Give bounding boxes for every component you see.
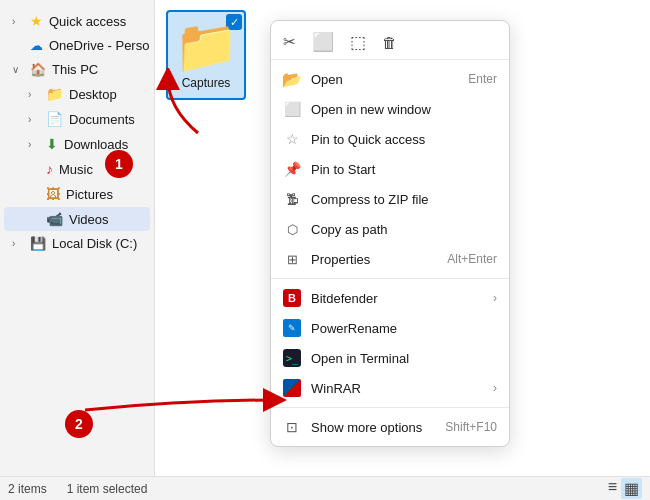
ctx-item-copy-path[interactable]: ⬡ Copy as path xyxy=(271,214,509,244)
terminal-icon: >_ xyxy=(283,349,301,367)
ctx-item-label: Open xyxy=(311,72,458,87)
ctx-item-label: Open in new window xyxy=(311,102,497,117)
ctx-item-compress-zip[interactable]: 🗜 Compress to ZIP file xyxy=(271,184,509,214)
ctx-item-label: Pin to Start xyxy=(311,162,497,177)
sidebar-item-label: Documents xyxy=(69,112,135,127)
sidebar-item-quick-access[interactable]: › ★ Quick access xyxy=(4,9,150,33)
ctx-item-shortcut: Enter xyxy=(468,72,497,86)
ctx-item-properties[interactable]: ⊞ Properties Alt+Enter xyxy=(271,244,509,274)
ctx-item-winrar[interactable]: WinRAR › xyxy=(271,373,509,403)
cloud-icon: ☁ xyxy=(30,38,43,53)
bitdefender-icon: B xyxy=(283,289,301,307)
sidebar-item-label: Local Disk (C:) xyxy=(52,236,137,251)
delete-icon[interactable]: 🗑 xyxy=(382,34,397,51)
copy-path-icon: ⬡ xyxy=(283,220,301,238)
list-view-icon[interactable]: ≡ xyxy=(608,478,617,499)
sidebar-item-this-pc[interactable]: ∨ 🏠 This PC xyxy=(4,58,150,81)
video-icon: 📹 xyxy=(46,211,63,227)
pin-star-icon: ☆ xyxy=(283,130,301,148)
ctx-item-powerrename[interactable]: ✎ PowerRename xyxy=(271,313,509,343)
ctx-item-label: Show more options xyxy=(311,420,435,435)
chevron-icon: › xyxy=(28,139,40,150)
submenu-arrow-icon: › xyxy=(493,291,497,305)
sidebar: › ★ Quick access ☁ OneDrive - Perso ∨ 🏠 … xyxy=(0,0,155,480)
star-icon: ★ xyxy=(30,13,43,29)
sidebar-item-onedrive[interactable]: ☁ OneDrive - Perso xyxy=(4,34,150,57)
properties-icon: ⊞ xyxy=(283,250,301,268)
folder-captures[interactable]: ✓ 📁 Captures xyxy=(166,10,246,100)
ctx-item-label: Open in Terminal xyxy=(311,351,497,366)
submenu-arrow-icon: › xyxy=(493,381,497,395)
ctx-item-pin-quick-access[interactable]: ☆ Pin to Quick access xyxy=(271,124,509,154)
zip-icon: 🗜 xyxy=(283,190,301,208)
ctx-item-open[interactable]: 📂 Open Enter xyxy=(271,64,509,94)
download-icon: ⬇ xyxy=(46,136,58,152)
music-icon: ♪ xyxy=(46,161,53,177)
separator xyxy=(271,407,509,408)
chevron-icon: › xyxy=(28,89,40,100)
ctx-item-label: Copy as path xyxy=(311,222,497,237)
status-bar: 2 items 1 item selected ≡ ▦ xyxy=(0,476,650,500)
context-menu: ✂ ⬜ ⬚ 🗑 📂 Open Enter ⬜ Open in new windo… xyxy=(270,20,510,447)
chevron-down-icon: ∨ xyxy=(12,64,24,75)
show-more-icon: ⊡ xyxy=(283,418,301,436)
sidebar-item-label: Music xyxy=(59,162,93,177)
context-menu-toolbar: ✂ ⬜ ⬚ 🗑 xyxy=(271,25,509,60)
winrar-icon xyxy=(283,379,301,397)
sidebar-item-documents[interactable]: › 📄 Documents xyxy=(4,107,150,131)
annotation-badge-1: 1 xyxy=(105,150,133,178)
hdd-icon: 💾 xyxy=(30,236,46,251)
pictures-icon: 🖼 xyxy=(46,186,60,202)
ctx-item-label: Properties xyxy=(311,252,437,267)
new-window-icon: ⬜ xyxy=(283,100,301,118)
item-count: 2 items xyxy=(8,482,47,496)
chevron-icon: › xyxy=(12,238,24,249)
sidebar-item-label: This PC xyxy=(52,62,98,77)
ctx-item-pin-start[interactable]: 📌 Pin to Start xyxy=(271,154,509,184)
sidebar-item-label: Desktop xyxy=(69,87,117,102)
ctx-item-open-terminal[interactable]: >_ Open in Terminal xyxy=(271,343,509,373)
folder-icon: 📁 xyxy=(174,20,239,72)
sidebar-item-pictures[interactable]: 🖼 Pictures xyxy=(4,182,150,206)
cut-icon[interactable]: ✂ xyxy=(283,33,296,51)
view-icons: ≡ ▦ xyxy=(608,478,642,499)
copy-icon[interactable]: ⬜ xyxy=(312,31,334,53)
pin-start-icon: 📌 xyxy=(283,160,301,178)
sidebar-item-desktop[interactable]: › 📁 Desktop xyxy=(4,82,150,106)
ctx-item-shortcut: Shift+F10 xyxy=(445,420,497,434)
sidebar-item-label: Quick access xyxy=(49,14,126,29)
ctx-item-bitdefender[interactable]: B Bitdefender › xyxy=(271,283,509,313)
pc-icon: 🏠 xyxy=(30,62,46,77)
ctx-item-label: WinRAR xyxy=(311,381,483,396)
ctx-item-shortcut: Alt+Enter xyxy=(447,252,497,266)
chevron-icon: › xyxy=(12,16,24,27)
sidebar-item-local-disk[interactable]: › 💾 Local Disk (C:) xyxy=(4,232,150,255)
sidebar-item-videos[interactable]: 📹 Videos xyxy=(4,207,150,231)
ctx-item-open-new-window[interactable]: ⬜ Open in new window xyxy=(271,94,509,124)
separator xyxy=(271,278,509,279)
chevron-icon: › xyxy=(28,114,40,125)
ctx-item-label: Compress to ZIP file xyxy=(311,192,497,207)
ctx-item-label: Bitdefender xyxy=(311,291,483,306)
ctx-item-label: PowerRename xyxy=(311,321,497,336)
sidebar-item-label: OneDrive - Perso xyxy=(49,38,149,53)
selection-status: 1 item selected xyxy=(67,482,148,496)
sidebar-item-label: Pictures xyxy=(66,187,113,202)
ctx-item-label: Pin to Quick access xyxy=(311,132,497,147)
folder-blue-icon: 📁 xyxy=(46,86,63,102)
folder-label: Captures xyxy=(182,76,231,90)
open-folder-icon: 📂 xyxy=(283,70,301,88)
powerrename-icon: ✎ xyxy=(283,319,301,337)
paste-icon[interactable]: ⬚ xyxy=(350,32,366,53)
ctx-item-show-more[interactable]: ⊡ Show more options Shift+F10 xyxy=(271,412,509,442)
explorer-window: › ★ Quick access ☁ OneDrive - Perso ∨ 🏠 … xyxy=(0,0,650,500)
grid-view-icon[interactable]: ▦ xyxy=(621,478,642,499)
document-icon: 📄 xyxy=(46,111,63,127)
sidebar-item-label: Videos xyxy=(69,212,109,227)
annotation-badge-2: 2 xyxy=(65,410,93,438)
